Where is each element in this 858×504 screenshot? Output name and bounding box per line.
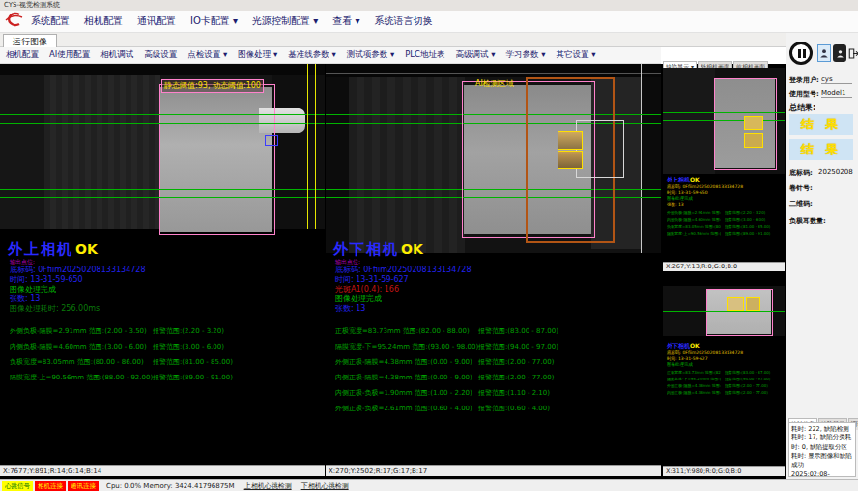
mini-line: 底标码: 0Ffiim20250208133134728 [667,184,743,189]
tool-camera-config[interactable]: 相机配置 [6,49,39,61]
user-icon [836,48,844,59]
camera-upper-statusbar: X:7677;Y:891;R:14;G:14;B:14 [0,465,325,476]
mini-line: 图像处理完成 [667,196,693,201]
app-window: CYS-视觉检测系统 系统配置 相机配置 通讯配置 IO卡配置 ▾ 光源控制配置… [0,0,858,504]
menu-camera-config[interactable]: 相机配置 [84,14,123,28]
alarm-range: 报警范围:(94.00 - 97.00) [478,342,558,351]
login-user-label: 登录用户: [789,75,819,85]
measurement-line: 外侧正极-负极=2.61mm 范围:(0.60 - 4.00) [335,404,472,413]
total-result-label: 总结果: [789,102,815,113]
mini-measure: 隔膜宽度-上=90.56mm 范围:(88.00 - 92.00) [667,231,721,236]
mini-measure: 正极宽度=83.73mm 范围:(82.00 - 88.00) [667,370,721,375]
pin-number-label: 卷针号: [789,183,813,193]
lower-camera-heartbeat-link[interactable]: 下相机心跳检测 [301,481,349,490]
pause-button[interactable] [789,42,813,65]
mini-alarm: 报警范围:(94.00 - 97.00) [725,377,781,381]
cpu-memory-text: Cpu: 0.0% Memory: 3424.41796875M [106,482,235,490]
mini-alarm: 报警范围:(3.00 - 6.00) [725,217,781,222]
camera-upper-result-title: 外上相机OK [8,239,98,259]
bottom-status-bar: 心跳信号 相机连接 通讯连接 Cpu: 0.0% Memory: 3424.41… [0,479,858,491]
alarm-range: 报警范围:(81.00 - 85.00) [153,357,233,367]
mini-measure: 隔膜宽度-下=95.24mm 范围:(93.00 - 98.00) [667,377,721,381]
mini-lower-image [663,286,785,336]
menu-system-config[interactable]: 系统配置 [31,14,70,28]
alarm-range: 报警范围:(2.00 - 77.00) [478,357,554,367]
comm-connect-badge: 通讯连接 [68,481,99,491]
tool-other-settings[interactable]: 其它设置 ▾ [556,49,595,61]
camera-lower-image: AI检测区域 [326,64,661,253]
mini-alarm: 报警范围:(2.00 - 77.00) [725,390,781,395]
alarm-range: 报警范围:(2.20 - 3.20) [153,326,224,336]
alarm-range: 报警范围:(83.00 - 87.00) [478,326,558,336]
menu-language-switch[interactable]: 系统语言切换 [374,14,432,28]
user-button[interactable] [833,44,846,62]
mini-measure: 内侧负极-隔膜=4.60mm 范围:(3.00 - 6.00) [667,217,721,222]
menu-io-config[interactable]: IO卡配置 ▾ [190,14,238,28]
process-time-line: 图像处理耗时: 256.00ms [10,303,100,314]
statistics-text[interactable]: 耗时: 222, 缺陷检测耗时: 17, 缺陷分类耗时: 0, 缺陷提取分区耗时… [788,422,856,477]
defect-thumb [744,116,763,130]
mini-lower-statusbar: X:311;Y:980;R:0;G:0;B:0 [663,466,785,476]
mini-line: 图像处理完成 [667,362,693,367]
qr-code-label: 二维码: [789,199,813,209]
measurement-line: 隔膜宽度-下=95.24mm 范围:(93.00 - 98.00) [335,342,478,351]
menu-view[interactable]: 查看 ▾ [332,14,359,28]
mini-alarm: 报警范围:(2.20 - 3.20) [725,210,781,215]
menu-comm-config[interactable]: 通讯配置 [137,14,176,28]
exit-button[interactable] [846,44,858,62]
measurement-line: 内侧正极-隔膜=4.38mm 范围:(0.00 - 9.00) [335,373,472,382]
tool-ai-use-config[interactable]: AI使用配置 [49,49,90,61]
exit-door-icon [847,47,858,60]
mini-view-lower[interactable]: 外下相机OK 底标码: 0Ffiim20250208133134728 时间: … [663,272,785,476]
alarm-range: 报警范围:(3.00 - 6.00) [153,342,224,351]
camera-connect-badge: 相机连接 [35,481,66,491]
model-label: 使用型号: [789,89,819,98]
mini-view-upper[interactable]: 外上相机OK 底标码: 0Ffiim20250208133134728 时间: … [663,68,785,271]
tool-test-params[interactable]: 测试项参数 ▾ [347,49,394,61]
measurement-line: 隔膜宽度-上=90.56mm 范围:(88.00 - 92.00) [10,373,153,382]
mini-measure: 内侧正极-隔膜=4.38mm 范围:(0.00 - 9.00) [667,390,721,395]
tool-baseline-params[interactable]: 基准线参数 ▾ [288,49,335,61]
tab-row: 运行图像 [0,33,786,47]
camera-upper-image: 静态阈值:93, 动态阈值:100 [0,64,325,229]
camera-lower-result-title: 外下相机OK [333,239,423,259]
tool-advanced-debug[interactable]: 高级调试 ▾ [456,49,496,61]
tool-spotcheck-settings[interactable]: 点检设置 ▾ [187,49,227,61]
mini-alarm: 报警范围:(2.00 - 77.00) [725,383,781,388]
tool-plc-address[interactable]: PLC地址表 [405,49,444,61]
measurement-line: 负极宽度=83.05mm 范围:(80.00 - 86.00) [10,357,144,367]
camera-view-upper[interactable]: 静态阈值:93, 动态阈值:100 外上相机OK 输出点位: 底标码: 0Ffi… [0,64,325,476]
camera-view-lower[interactable]: AI检测区域 外下相机OK 输出点位: 底标码: 0Ffiim202502081… [326,64,661,476]
mini-measure: 外侧正极-隔膜=4.38mm 范围:(0.00 - 9.00) [667,383,721,388]
mini-line: 张数: 13 [667,202,684,207]
menu-light-config[interactable]: 光源控制配置 ▾ [252,14,318,28]
login-user-button[interactable] [817,44,831,62]
alarm-range: 报警范围:(0.60 - 4.00) [478,404,550,413]
defect-thumb [746,297,760,311]
tool-advanced-settings[interactable]: 高级设置 [144,49,177,61]
threshold-label: 静态阈值:93, 动态阈值:100 [161,79,264,93]
defect-thumb [558,151,583,169]
menu-bar: 系统配置 相机配置 通讯配置 IO卡配置 ▾ 光源控制配置 ▾ 查看 ▾ 系统语… [0,11,858,33]
model-value[interactable]: Model1 [821,89,852,98]
app-logo-icon [4,12,23,31]
mini-line: 时间: 13-31-59-627 [667,356,708,361]
roi-box-pink [159,84,275,235]
user-icon [819,47,829,59]
bottom-code-label: 底标码: [789,168,813,178]
alarm-range: 报警范围:(1.10 - 2.10) [478,388,550,398]
mini-alarm: 报警范围:(83.00 - 87.00) [725,370,781,375]
measurement-line: 外侧正极-隔膜=4.38mm 范围:(0.00 - 9.00) [335,357,472,367]
login-user-value[interactable]: cys [821,75,852,84]
camera-lower-statusbar: X:270;Y:2502;R:17;G:17;B:17 [326,465,661,476]
upper-camera-heartbeat-link[interactable]: 上相机心跳检测 [244,481,292,490]
mini-line: 时间: 13-31-59-650 [667,190,708,195]
tool-image-processing[interactable]: 图像处理 ▾ [238,49,277,61]
mini-alarm: 报警范围:(81.00 - 85.00) [725,224,781,229]
measurement-line: 内侧正极-负极=1.90mm 范围:(1.00 - 2.20) [335,388,472,398]
tool-learning-params[interactable]: 学习参数 ▾ [505,49,545,61]
defect-thumb [727,297,744,311]
marker-box-blue [265,135,278,146]
result-display-lower: 结 果 [789,139,853,160]
tool-camera-debug[interactable]: 相机调试 [100,49,133,61]
